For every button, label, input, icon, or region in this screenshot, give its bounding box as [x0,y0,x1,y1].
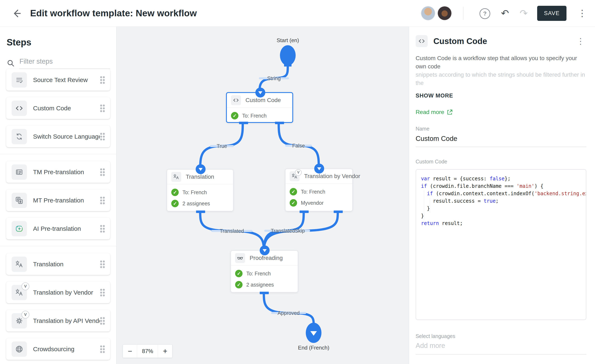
sidebar-item-custom-code[interactable]: Custom Code [6,97,110,119]
sidebar-item-label: AI Pre-translation [33,225,100,232]
kebab-menu-icon[interactable]: ⋮ [575,36,586,46]
code-line: } [421,212,586,220]
drag-handle-icon[interactable] [100,76,105,84]
sidebar-item-label: Translation by Vendor [33,289,100,296]
panel-title: Custom Code [433,36,575,46]
avatar[interactable] [421,7,435,20]
check-icon: ✓ [235,281,242,288]
custom-code-label: Custom Code [416,159,586,165]
drag-handle-icon[interactable] [100,196,105,205]
drag-handle-icon[interactable] [100,132,105,141]
output-stub[interactable] [300,211,309,213]
output-stub[interactable] [239,122,248,124]
input-marker-icon [196,164,205,174]
vendor-badge: V [21,282,29,290]
drag-handle-icon[interactable] [100,345,105,353]
node-row-label: 2 assignees [246,282,274,288]
sidebar-item-mt-pre-translation[interactable]: MT Pre-translation [6,189,110,211]
zoom-level: 87% [137,345,158,358]
sidebar-item-label: Switch Source Language [33,133,100,140]
sidebar-item-switch-source-language[interactable]: Switch Source Language [6,126,110,147]
zoom-toolbar: − 87% + [123,345,172,358]
avatar[interactable] [438,7,451,20]
node-row: ✓2 assignees [171,198,229,209]
sidebar-item-translation[interactable]: Translation [6,253,110,275]
back-button[interactable] [9,7,21,19]
source-text-review-icon [12,72,27,88]
ai-pretranslation-icon [12,221,27,236]
filter-steps-input[interactable] [19,57,110,69]
read-more-link[interactable]: Read more [416,109,453,115]
sidebar-item-translation-by-vendor[interactable]: VTranslation by Vendor [6,282,110,303]
workflow-editor: Edit workflow template: New workflow ? ↶… [0,0,595,364]
node-row-label: To: French [182,189,207,195]
step-description: Custom Code is a workflow step that allo… [416,54,586,87]
name-field[interactable] [416,132,586,147]
translate-icon [171,172,181,182]
vendor-badge: V [21,311,29,319]
workflow-edges: String True False Translated Translated … [117,26,409,364]
end-node[interactable] [306,323,321,343]
sidebar-item-label: TM Pre-translation [33,169,100,176]
input-marker-icon [255,88,265,98]
node-proofreading[interactable]: Proofreading ✓To: French✓2 assignees [231,250,298,293]
node-translation-by-vendor[interactable]: V Translation by Vendor ✓To: French✓Myve… [285,169,353,211]
start-node[interactable] [280,45,296,65]
end-label: End (French) [283,345,345,351]
edge-label-false: False [292,143,305,149]
sidebar-item-label: Source Text Review [33,76,100,84]
output-stub[interactable] [260,292,269,294]
check-icon: ✓ [235,270,242,277]
undo-icon[interactable]: ↶ [501,8,509,18]
drag-handle-icon[interactable] [100,225,105,233]
node-row-label: Myvendor [301,200,324,206]
output-stub[interactable] [334,211,343,213]
edge-label-translated: Translated [271,228,295,234]
help-icon[interactable]: ? [480,7,490,19]
edge-label-true: True [217,143,227,149]
output-stub[interactable] [275,122,284,124]
redo-icon[interactable]: ↷ [520,8,528,18]
workflow-canvas[interactable]: String True False Translated Translated … [116,26,409,364]
node-row: ✓To: French [235,268,294,279]
code-icon [231,95,241,105]
drag-handle-icon[interactable] [100,317,105,325]
show-more-button[interactable]: SHOW MORE [416,93,453,99]
drag-handle-icon[interactable] [100,260,105,268]
sidebar-item-tm-pre-translation[interactable]: TM Pre-translation [6,161,110,183]
drag-handle-icon[interactable] [100,104,105,112]
gear-icon: V [12,313,27,328]
code-icon [416,35,428,47]
custom-code-icon [12,101,27,116]
sidebar-item-source-text-review[interactable]: Source Text Review [6,69,110,91]
zoom-out-button[interactable]: − [123,345,137,358]
select-languages-label: Select languages [416,333,586,339]
content: Steps Source Text ReviewCustom CodeSwitc… [0,26,595,364]
translate-vendor-icon: V [290,171,300,181]
save-button[interactable]: SAVE [537,6,567,21]
kebab-menu-icon[interactable]: ⋮ [578,9,587,18]
step-group: TM Pre-translationMT Pre-translationAI P… [0,161,116,239]
sidebar-item-translation-by-api-vendor[interactable]: VTranslation by API Vendor [6,310,110,332]
node-custom-code[interactable]: Custom Code ✓To: French [226,92,293,123]
output-stub[interactable] [196,211,205,213]
zoom-in-button[interactable]: + [158,345,172,358]
node-translation[interactable]: Translation ✓To: French✓2 assignees [167,169,234,211]
input-marker-icon [260,245,269,255]
app-header: Edit workflow template: New workflow ? ↶… [0,0,595,27]
code-line: if (crowdin.context.context.indexOf('bac… [421,190,586,197]
add-language-input[interactable] [416,339,586,355]
drag-handle-icon[interactable] [100,288,105,297]
crowdsourcing-icon [12,342,27,357]
code-editor[interactable]: var result = {success: false};if (crowdi… [416,169,586,320]
filter-steps [7,57,110,69]
step-groups: Source Text ReviewCustom CodeSwitch Sour… [0,69,116,360]
sidebar-item-crowdsourcing[interactable]: Crowdsourcing [6,338,110,360]
vendor-badge: V [295,169,302,176]
sidebar-item-ai-pre-translation[interactable]: AI Pre-translation [6,218,110,239]
node-row-label: 2 assignees [182,200,210,207]
drag-handle-icon[interactable] [100,168,105,176]
sidebar-item-label: Crowdsourcing [33,346,100,353]
node-row: ✓2 assignees [235,279,294,290]
code-line: } [421,205,586,212]
